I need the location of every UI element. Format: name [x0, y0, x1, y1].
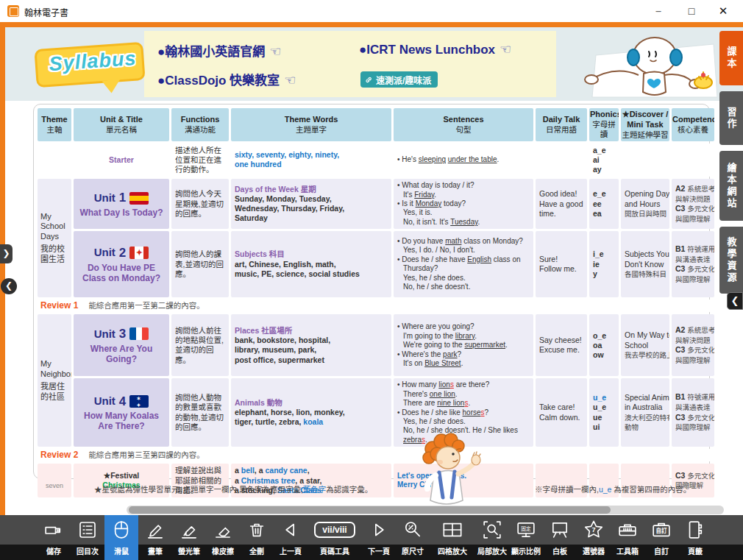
daily-talk-cell: Sure!Follow me.: [536, 231, 587, 297]
column-header-2: Functions溝通功能: [171, 108, 229, 141]
column-header-7: ★Discover /Mini Task主題延伸學習: [621, 108, 669, 141]
page-word-left: seven: [46, 482, 63, 489]
theme-words-cell: Animals 動物elephant, horse, lion, monkey,…: [231, 378, 391, 447]
prev-triangle-icon: [280, 515, 302, 545]
side-tab-workbook[interactable]: 習作: [719, 91, 743, 145]
functions-cell: 詢問他人今天星期幾,並適切的回應。: [171, 179, 229, 229]
tool-label: 顯示比例: [511, 545, 541, 560]
france-flag-icon: [129, 327, 149, 340]
daily-talk-cell: Take care!Calm down.: [536, 378, 587, 447]
discover-cell: Opening Daysand Hours開放日與時間: [621, 179, 669, 229]
canada-flag-icon: [129, 247, 149, 259]
tool-area-zoom[interactable]: 局部放大: [475, 515, 509, 560]
tool-toc[interactable]: 回目次: [71, 515, 104, 560]
tool-save[interactable]: 儲存: [37, 515, 71, 560]
tool-custom[interactable]: 自訂自訂: [644, 515, 678, 560]
phonics-cell: i_eiey: [589, 231, 619, 297]
page-word-right: eight: [680, 482, 695, 489]
minimize-button[interactable]: [647, 3, 669, 19]
side-tab-picturebook-site[interactable]: 繪本網站: [719, 151, 743, 221]
theme-words-cell: Days of the Week 星期Sunday, Monday, Tuesd…: [231, 179, 391, 229]
tool-label: 畫筆: [148, 545, 163, 560]
page-number-box: vii/viii: [314, 515, 355, 545]
syllabus-table-container: Theme主軸Unit & Title單元名稱Functions溝通功能Them…: [33, 104, 710, 479]
svg-text:固定: 固定: [521, 525, 531, 532]
tool-label: 螢光筆: [178, 545, 200, 560]
mouse-icon: [110, 515, 132, 545]
tool-number-picker[interactable]: 7選號器: [577, 515, 611, 560]
tool-label: 儲存: [46, 545, 61, 560]
link-classdojo[interactable]: ●ClassDojo 快樂教室☜: [157, 70, 296, 88]
tool-prev-page[interactable]: 上一頁: [274, 515, 307, 560]
tool-mouse[interactable]: 滑鼠: [104, 515, 138, 560]
tool-label: 白板: [552, 545, 567, 560]
tool-display-ratio[interactable]: 固定顯示比例: [509, 515, 543, 560]
daily-talk-cell: [536, 143, 587, 177]
review-text: 能綜合應用第三至第四課的內容。: [88, 450, 205, 459]
tool-label: 橡皮擦: [212, 545, 234, 560]
unit-title-cell: Unit2Do You Have PE Class on Monday?: [74, 231, 169, 297]
competency-cell: [672, 143, 714, 177]
daily-talk-cell: Good idea!Have a goodtime.: [536, 179, 587, 229]
sentences-cell: • Do you have math class on Monday?Yes, …: [394, 231, 533, 297]
tool-label: 頁籤: [688, 545, 703, 560]
review-text: 能綜合應用第一至第二課的內容。: [88, 301, 205, 310]
discover-cell: On My Way toSchool我去學校的路上: [621, 314, 669, 376]
column-header-6: Phonics字母拼讀: [589, 108, 619, 141]
sentences-cell: • What day is today / it?It's Friday.• I…: [394, 179, 533, 229]
left-panel-expand-chevron-icon[interactable]: [0, 244, 13, 263]
tool-page-indicator[interactable]: vii/viii頁碼工具: [307, 515, 362, 560]
toolbox-icon: [616, 515, 639, 545]
zoom-percent-icon: [402, 515, 424, 545]
tool-toolbox[interactable]: 工具箱: [611, 515, 644, 560]
theme-words-cell: Places 社區場所bank, bookstore, hospital,lib…: [231, 314, 391, 376]
tool-whiteboard[interactable]: 白板: [543, 515, 577, 560]
tool-eraser[interactable]: 橡皮擦: [206, 515, 240, 560]
close-button[interactable]: [712, 3, 734, 19]
tool-original-size[interactable]: 原尺寸: [396, 515, 430, 560]
side-tab-textbook[interactable]: 課本: [719, 31, 743, 85]
horizontal-scrollbar-thumb[interactable]: [129, 506, 611, 514]
quiz-link-button[interactable]: 速測派/趣味派: [360, 71, 438, 88]
link-hanlin-english-site[interactable]: ●翰林國小英語官網☜: [157, 41, 281, 60]
syllabus-table: Theme主軸Unit & Title單元名稱Functions溝通功能Them…: [35, 106, 717, 500]
tool-label: 滑鼠: [114, 545, 129, 560]
svg-text:自訂: 自訂: [656, 527, 667, 534]
star-number-icon: 7: [583, 515, 605, 545]
robot-mascot-illustration: [581, 29, 717, 101]
side-tab-teaching-resources[interactable]: 教學資源: [719, 227, 743, 294]
theme-cell: My Neighborhood我居住的社區: [38, 314, 71, 447]
hand-pointer-icon: ☜: [284, 73, 296, 88]
tool-page-tabs[interactable]: 頁籤: [678, 515, 712, 560]
column-header-8: Competency核心素養: [672, 108, 714, 141]
collapse-tabs-chevron-icon[interactable]: [727, 292, 743, 310]
frame-left: [0, 22, 5, 515]
display-ratio-icon: 固定: [515, 515, 537, 545]
tool-four-grid-zoom[interactable]: 四格放大: [430, 515, 475, 560]
tool-label: 上一頁: [280, 545, 302, 560]
tool-pen[interactable]: 畫筆: [138, 515, 172, 560]
sentences-cell: • Where are you going?I'm going to the l…: [394, 314, 533, 376]
tool-delete-all[interactable]: 全刪: [240, 515, 274, 560]
tool-label: 工具箱: [616, 545, 639, 560]
sentences-cell: • He's sleeping under the table.: [394, 143, 533, 177]
tool-next-page[interactable]: 下一頁: [362, 515, 396, 560]
phonics-cell: u_eu_eueui: [589, 378, 619, 447]
left-page-back-chevron-icon[interactable]: [1, 278, 17, 294]
tool-highlighter[interactable]: 螢光筆: [172, 515, 206, 560]
footnote-theme-words: ※主題單字一欄內,黑色字為應用字彙,藍色字為認識字彙。: [175, 483, 372, 495]
bottom-toolbar: 儲存回目次滑鼠畫筆螢光筆橡皮擦全刪上一頁vii/viii頁碼工具下一頁原尺寸四格…: [0, 515, 743, 560]
maximize-button[interactable]: [680, 3, 703, 19]
discover-cell: Special Animalsin Australia澳大利亞的特有動物: [621, 378, 669, 447]
column-header-4: Sentences句型: [394, 108, 533, 141]
link-icrt-news-lunchbox[interactable]: ●ICRT News Lunchbox☜: [359, 41, 511, 57]
phonics-cell: o_eoaow: [589, 314, 619, 376]
functions-cell: 描述他人所在位置和正在進行的動作。: [171, 143, 229, 177]
unit-title-cell: Starter: [74, 143, 169, 177]
tool-label: 四格放大: [438, 545, 467, 560]
functions-cell: 詢問他人前往的地點與位置,並適切的回應。: [171, 314, 229, 376]
title-bar: 翰林電子書: [0, 0, 743, 22]
pencil-icon: [144, 515, 166, 545]
theme-cell: My School Days我的校園生活: [38, 179, 71, 297]
discover-cell: [621, 143, 669, 177]
